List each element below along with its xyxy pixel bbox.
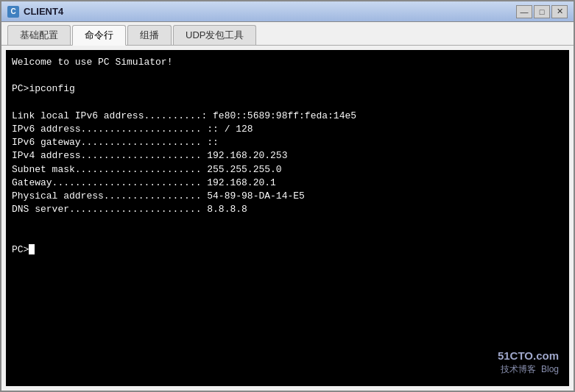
tab-multicast[interactable]: 组播	[127, 25, 172, 45]
tab-command-line[interactable]: 命令行	[72, 25, 126, 46]
terminal[interactable]: Welcome to use PC Simulator! PC>ipconfig…	[6, 50, 569, 386]
title-bar-left: C CLIENT4	[7, 6, 63, 18]
window-icon: C	[7, 6, 19, 18]
terminal-cursor	[29, 244, 35, 254]
tab-basic-config[interactable]: 基础配置	[7, 25, 71, 45]
title-bar: C CLIENT4 — □ ✕	[1, 1, 574, 22]
tab-udp-tool[interactable]: UDP发包工具	[173, 25, 256, 45]
close-button[interactable]: ✕	[551, 5, 568, 18]
tab-bar: 基础配置 命令行 组播 UDP发包工具	[1, 22, 574, 46]
content-area: Welcome to use PC Simulator! PC>ipconfig…	[1, 46, 574, 391]
main-window: C CLIENT4 — □ ✕ 基础配置 命令行 组播 UDP发包工具 Welc…	[0, 0, 575, 392]
title-controls: — □ ✕	[516, 5, 568, 18]
maximize-button[interactable]: □	[534, 5, 550, 18]
watermark: 51CTO.com技术博客 Blog	[498, 348, 559, 376]
window-title: CLIENT4	[24, 6, 63, 17]
watermark-line1: 51CTO.com	[498, 348, 559, 363]
watermark-line2: 技术博客 Blog	[498, 363, 559, 376]
minimize-button[interactable]: —	[516, 5, 532, 18]
